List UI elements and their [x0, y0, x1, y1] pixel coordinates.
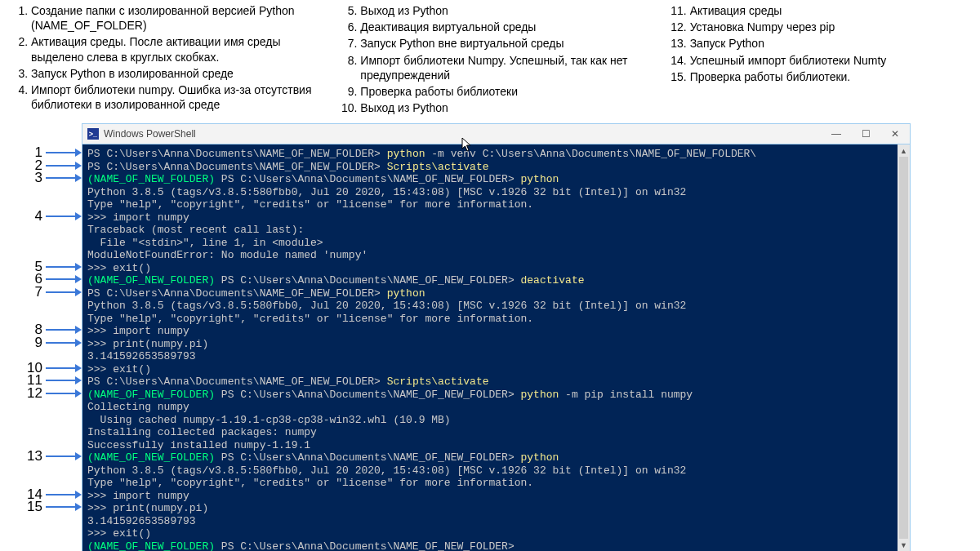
terminal-text-segment: ModuleNotFoundError: No module named 'nu… — [87, 249, 368, 261]
powershell-icon: >_ — [87, 128, 99, 140]
terminal-line: Python 3.8.5 (tags/v3.8.5:580fbb0, Jul 2… — [87, 464, 893, 478]
svg-marker-15 — [75, 326, 82, 334]
terminal-line: >>> exit() — [87, 527, 893, 540]
terminal-text-segment: PS C:\Users\Anna\Documents\NAME_OF_NEW_F… — [87, 287, 387, 300]
terminal-text-segment: Installing collected packages: numpy — [87, 426, 317, 438]
terminal-line: >>> import numpy — [87, 490, 893, 503]
steps-list-2: Выход из PythonДеактивация виртуальной с… — [337, 3, 642, 115]
annotation-arrow: 4 — [24, 208, 82, 224]
instructions-columns: Создание папки с изолированной версией P… — [0, 0, 980, 118]
svg-marker-1 — [75, 149, 82, 157]
terminal-line: Type "help", "copyright", "credits" or "… — [87, 198, 893, 211]
terminal-text-segment: (NAME_OF_NEW_FOLDER) — [87, 389, 215, 401]
terminal-text-segment: PS C:\Users\Anna\Documents\NAME_OF_NEW_F… — [87, 148, 387, 160]
maximize-button[interactable]: ☐ — [851, 124, 880, 144]
terminal-line: Installing collected packages: numpy — [87, 426, 893, 439]
step-item: Выход из Python — [360, 3, 642, 18]
terminal-text-segment: File "<stdin>", line 1, in <module> — [87, 237, 323, 249]
terminal-line: Collecting numpy — [87, 401, 893, 414]
terminal-line: Type "help", "copyright", "credits" or "… — [87, 477, 893, 490]
svg-marker-29 — [75, 503, 82, 511]
svg-marker-27 — [75, 491, 82, 499]
annotation-number: 15 — [24, 499, 42, 515]
svg-marker-25 — [75, 452, 82, 460]
terminal-text-segment: PS C:\Users\Anna\Documents\NAME_OF_NEW_F… — [215, 540, 514, 551]
close-button[interactable]: ✕ — [880, 124, 910, 144]
step-item: Установка Numpy через pip — [690, 20, 972, 34]
annotation-number: 12 — [24, 385, 42, 402]
terminal-line: 3.141592653589793 — [87, 350, 893, 363]
step-item: Выход из Python — [360, 100, 642, 115]
svg-marker-17 — [75, 339, 82, 347]
terminal-line: (NAME_OF_NEW_FOLDER) PS C:\Users\Anna\Do… — [87, 451, 893, 464]
terminal-text-segment: >>> exit() — [87, 363, 151, 375]
annotation-arrow: 15 — [24, 499, 82, 515]
terminal-line: (NAME_OF_NEW_FOLDER) PS C:\Users\Anna\Do… — [87, 389, 893, 402]
terminal-text-segment: Type "help", "copyright", "credits" or "… — [87, 198, 533, 211]
svg-marker-3 — [75, 162, 82, 170]
terminal-line: (NAME_OF_NEW_FOLDER) PS C:\Users\Anna\Do… — [87, 540, 893, 551]
arrow-icon — [46, 451, 82, 462]
arrow-icon — [46, 287, 82, 298]
step-item: Активация среды. После активации имя сре… — [31, 34, 313, 64]
scroll-thumb[interactable] — [899, 157, 908, 539]
step-item: Проверка работы библиотеки. — [690, 69, 972, 84]
terminal-text-segment: PS C:\Users\Anna\Documents\NAME_OF_NEW_F… — [215, 451, 520, 464]
svg-marker-9 — [75, 263, 82, 271]
terminal-text-segment: 3.141592653589793 — [87, 350, 196, 362]
terminal-output[interactable]: PS C:\Users\Anna\Documents\NAME_OF_NEW_F… — [82, 144, 898, 551]
terminal-text-segment: >>> import numpy — [87, 490, 189, 502]
terminal-text-segment: Type "help", "copyright", "credits" or "… — [87, 477, 533, 489]
terminal-line: Successfully installed numpy-1.19.1 — [87, 439, 893, 452]
terminal-text-segment: PS C:\Users\Anna\Documents\NAME_OF_NEW_F… — [87, 161, 387, 173]
terminal-text-segment: (NAME_OF_NEW_FOLDER) — [87, 540, 215, 551]
annotation-arrow: 12 — [24, 385, 82, 402]
terminal-line: Using cached numpy-1.19.1-cp38-cp38-win3… — [87, 414, 893, 427]
terminal-line: Traceback (most recent call last): — [87, 224, 893, 237]
terminal-line: >>> import numpy — [87, 211, 893, 224]
minimize-button[interactable]: — — [822, 124, 851, 144]
arrow-icon — [46, 388, 82, 399]
step-item: Успешный импорт библиотеки Numty — [690, 53, 972, 68]
instructions-col-1: Создание папки с изолированной версией P… — [8, 3, 313, 117]
step-item: Активация среды — [690, 3, 972, 18]
steps-list-3: Активация средыУстановка Numpy через pip… — [667, 3, 972, 84]
terminal-text-segment: PS C:\Users\Anna\Documents\NAME_OF_NEW_F… — [215, 389, 520, 401]
window-title: Windows PowerShell — [104, 128, 822, 140]
window-titlebar[interactable]: >_ Windows PowerShell — ☐ ✕ — [82, 123, 911, 144]
annotation-number: 13 — [24, 448, 42, 464]
terminal-text-segment: >>> import numpy — [87, 211, 189, 224]
terminal-text-segment: >>> import numpy — [87, 325, 189, 337]
vertical-scrollbar[interactable]: ▲ ▼ — [898, 144, 910, 551]
terminal-text-segment: python — [521, 451, 559, 464]
annotation-arrow: 3 — [24, 170, 82, 186]
step-item: Импорт библиотеки Numpy. Успешный, так к… — [360, 53, 642, 82]
step-item: Импорт библиотеки numpy. Ошибка из-за от… — [31, 82, 313, 112]
scroll-down-icon[interactable]: ▼ — [898, 539, 910, 551]
powershell-window: 123456789101112131415 >_ Windows PowerSh… — [82, 123, 911, 551]
terminal-text-segment: python — [387, 287, 425, 300]
terminal-text-segment: python — [521, 389, 559, 401]
terminal-text-segment: deactivate — [521, 274, 585, 287]
scroll-track[interactable] — [898, 157, 910, 539]
terminal-text-segment: PS C:\Users\Anna\Documents\NAME_OF_NEW_F… — [215, 274, 520, 287]
terminal-text-segment: python — [521, 173, 559, 185]
terminal-text-segment: Scripts\activate — [387, 375, 489, 388]
scroll-up-icon[interactable]: ▲ — [898, 144, 910, 157]
step-item: Запуск Python вне виртуальной среды — [360, 36, 642, 51]
terminal-text-segment: (NAME_OF_NEW_FOLDER) — [87, 274, 215, 287]
terminal-line: >>> print(numpy.pi) — [87, 338, 893, 351]
arrow-icon — [46, 501, 82, 513]
arrow-icon — [46, 211, 82, 222]
terminal-line: PS C:\Users\Anna\Documents\NAME_OF_NEW_F… — [87, 161, 893, 174]
terminal-text-segment: >>> exit() — [87, 527, 151, 540]
terminal-text-segment: PS C:\Users\Anna\Documents\NAME_OF_NEW_F… — [87, 375, 387, 388]
annotation-number: 4 — [24, 208, 42, 224]
terminal-line: File "<stdin>", line 1, in <module> — [87, 237, 893, 250]
terminal-line: Python 3.8.5 (tags/v3.8.5:580fbb0, Jul 2… — [87, 300, 893, 313]
annotation-number: 3 — [24, 170, 42, 186]
terminal-text-segment: (NAME_OF_NEW_FOLDER) — [87, 173, 215, 185]
terminal-line: Python 3.8.5 (tags/v3.8.5:580fbb0, Jul 2… — [87, 186, 893, 199]
terminal-text-segment: 3.141592653589793 — [87, 515, 196, 527]
step-item: Проверка работы библиотеки — [360, 84, 642, 99]
